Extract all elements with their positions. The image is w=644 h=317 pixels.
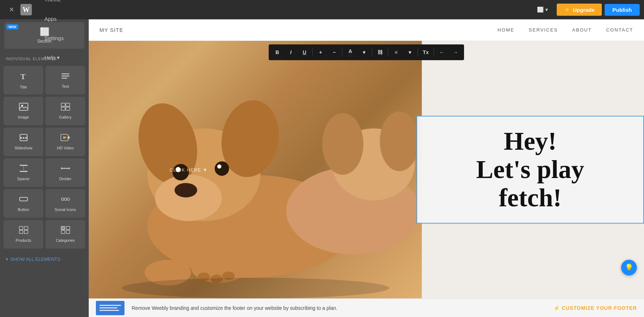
sidebar-element-button[interactable]: Button xyxy=(4,189,43,218)
publish-button[interactable]: Publish xyxy=(605,4,640,16)
nav-tab-settings[interactable]: Settings xyxy=(36,29,72,48)
svg-rect-4 xyxy=(62,76,69,77)
svg-point-27 xyxy=(64,198,67,201)
svg-point-47 xyxy=(217,164,221,169)
site-nav-item-services[interactable]: SERVICES xyxy=(529,27,558,33)
footer-line-3 xyxy=(99,310,119,311)
redo-button[interactable]: → xyxy=(449,46,462,59)
svg-rect-35 xyxy=(66,226,70,230)
monitor-icon: ⬜ xyxy=(537,6,544,13)
sidebar-element-spacer[interactable]: Spacer xyxy=(4,158,43,187)
sidebar-element-slideshow[interactable]: Slideshow xyxy=(4,128,43,156)
hero-heading: Hey! Let's play fetch! xyxy=(431,127,629,212)
svg-text:T: T xyxy=(20,72,26,81)
undo-button[interactable]: ← xyxy=(435,46,448,59)
clear-format-button[interactable]: Tx xyxy=(419,46,432,59)
sidebar-element-social-icons[interactable]: Social Icons xyxy=(45,189,85,218)
svg-point-44 xyxy=(172,164,189,181)
svg-rect-20 xyxy=(20,171,28,172)
remove-button[interactable]: − xyxy=(328,46,341,59)
main-layout: NEW ⬜ Section INDIVIDUAL ELEMENTS TTitle… xyxy=(0,19,644,317)
footer-line-1 xyxy=(99,305,121,306)
customize-footer-button[interactable]: ⚡ CUSTOMIZE YOUR FOOTER xyxy=(553,305,637,311)
svg-rect-9 xyxy=(66,103,70,106)
nav-tab-apps[interactable]: Apps xyxy=(36,10,72,29)
site-logo: MY SITE xyxy=(99,27,123,33)
svg-rect-25 xyxy=(20,197,28,201)
title-label: Title xyxy=(20,85,27,89)
site-nav-item-about[interactable]: ABOUT xyxy=(572,27,592,33)
hero-text-box[interactable]: Hey! Let's play fetch! xyxy=(416,116,644,224)
new-badge: NEW xyxy=(6,24,18,29)
canvas-area: MY SITE HOMESERVICESABOUTCONTACT B I U +… xyxy=(89,19,644,317)
sidebar-element-title[interactable]: TTitle xyxy=(4,66,43,95)
svg-point-42 xyxy=(155,175,222,221)
align-dropdown[interactable]: ▾ xyxy=(403,46,416,59)
categories-icon xyxy=(61,226,70,236)
toolbar-separator xyxy=(434,48,434,57)
svg-point-28 xyxy=(67,198,69,201)
toolbar-separator xyxy=(312,48,313,57)
text-label: Text xyxy=(62,84,69,88)
bold-button[interactable]: B xyxy=(271,46,284,59)
chevron-down-icon: ▾ xyxy=(545,6,548,13)
nav-tabs: BuildPagesThemeAppsSettingsHelp ▾ xyxy=(36,0,72,68)
site-nav-item-home[interactable]: HOME xyxy=(498,27,514,33)
svg-rect-3 xyxy=(62,73,69,75)
svg-rect-10 xyxy=(61,107,65,110)
text-formatting-toolbar: B I U + − A ▾ ⛓ ≡ ▾ Tx xyxy=(269,44,464,60)
show-all-elements-button[interactable]: ▾ SHOW ALL ELEMENTS xyxy=(0,252,89,266)
slideshow-label: Slideshow xyxy=(14,146,32,150)
sidebar-element-text[interactable]: Text xyxy=(45,66,85,95)
svg-rect-8 xyxy=(61,103,65,106)
svg-marker-24 xyxy=(69,167,70,170)
nav-tab-theme[interactable]: Theme xyxy=(36,0,72,10)
help-button[interactable]: 💡 xyxy=(621,260,637,275)
close-button[interactable]: ✕ xyxy=(4,0,19,19)
hero-background-image: CLICK HERE ▼ xyxy=(89,41,422,298)
svg-rect-6 xyxy=(19,103,28,110)
add-button[interactable]: + xyxy=(314,46,327,59)
align-button[interactable]: ≡ xyxy=(390,46,402,59)
nav-tab-help[interactable]: Help ▾ xyxy=(36,48,72,68)
divider-icon xyxy=(61,164,70,174)
sidebar-element-divider[interactable]: Divider xyxy=(45,158,85,187)
color-picker-dropdown[interactable]: ▾ xyxy=(357,46,370,59)
footer-preview-thumbnail xyxy=(96,301,125,315)
svg-rect-33 xyxy=(61,226,65,230)
svg-rect-30 xyxy=(24,226,28,230)
social-icons-icon xyxy=(61,195,70,205)
sidebar-element-image[interactable]: Image xyxy=(4,97,43,125)
svg-point-46 xyxy=(215,161,229,176)
svg-rect-31 xyxy=(19,230,23,234)
products-label: Products xyxy=(16,238,31,242)
spacer-label: Spacer xyxy=(17,177,30,181)
svg-rect-29 xyxy=(19,226,23,230)
link-button[interactable]: ⛓ xyxy=(374,46,386,59)
color-button[interactable]: A xyxy=(344,46,357,59)
site-nav-item-contact[interactable]: CONTACT xyxy=(606,27,633,33)
hd-video-icon xyxy=(60,134,70,144)
show-all-label: SHOW ALL ELEMENTS xyxy=(10,256,60,262)
divider-label: Divider xyxy=(59,177,71,181)
underline-button[interactable]: U xyxy=(298,46,311,59)
sidebar-element-products[interactable]: Products xyxy=(4,220,43,249)
svg-text:W: W xyxy=(23,6,30,14)
image-label: Image xyxy=(18,115,29,119)
color-swatch xyxy=(347,55,353,57)
device-selector[interactable]: ⬜ ▾ xyxy=(532,0,553,19)
italic-button[interactable]: I xyxy=(284,46,297,59)
sidebar-element-gallery[interactable]: Gallery xyxy=(45,97,85,125)
svg-point-45 xyxy=(176,167,181,172)
upgrade-button[interactable]: ⚡ Upgrade xyxy=(557,4,602,16)
hero-section[interactable]: B I U + − A ▾ ⛓ ≡ ▾ Tx xyxy=(89,41,644,298)
toolbar-separator xyxy=(418,48,418,57)
sidebar-element-hd-video[interactable]: HD Video xyxy=(45,128,85,156)
button-icon xyxy=(19,195,28,205)
svg-point-26 xyxy=(61,198,64,201)
toolbar-separator xyxy=(342,48,342,57)
footer-banner: Remove Weebly branding and customize the… xyxy=(89,298,644,317)
link-icon: ⛓ xyxy=(377,49,382,55)
image-icon xyxy=(19,103,28,113)
sidebar-element-categories[interactable]: Categories xyxy=(45,220,85,249)
